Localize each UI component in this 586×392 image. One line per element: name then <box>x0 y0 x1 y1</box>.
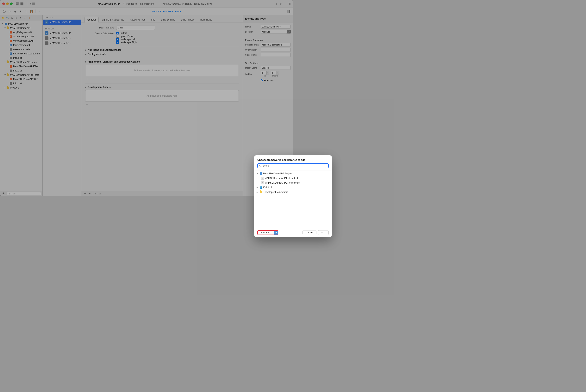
modal-title: Choose frameworks and libraries to add: <box>254 155 293 163</box>
modal-xctest1-label: MAMSDKDemoAPPTests.xctest <box>265 177 293 180</box>
devfw-disclosure: ▶ <box>257 191 259 193</box>
ios-icon: i <box>260 186 262 189</box>
xctest-icon-2: T <box>261 182 264 184</box>
devfw-folder-icon <box>260 191 262 193</box>
modal-tree-item-ios[interactable]: ▶ i iOS 14.2 <box>254 185 293 190</box>
modal-ios-label: iOS 14.2 <box>263 186 272 189</box>
modal-tree: ▼ A MAMSDKDemoAPP Project ▶ T MAMSDKDemo… <box>254 170 293 196</box>
modal-tree-item-project[interactable]: ▼ A MAMSDKDemoAPP Project <box>254 171 293 176</box>
modal-search-input[interactable] <box>263 164 293 167</box>
modal-overlay[interactable]: Choose frameworks and libraries to add: … <box>0 0 293 196</box>
xctest-icon-1: T <box>261 177 264 180</box>
modal-tree-item-xctest1[interactable]: ▶ T MAMSDKDemoAPPTests.xctest <box>254 176 293 180</box>
svg-point-21 <box>259 165 261 166</box>
modal-tree-item-xctest2[interactable]: ▶ T MAMSDKDemoAPPUITests.xctest <box>254 180 293 185</box>
project-disclosure: ▼ <box>257 172 259 174</box>
modal-devfw-label: Developer Frameworks <box>264 191 288 194</box>
modal-dialog: Choose frameworks and libraries to add: … <box>254 155 293 196</box>
modal-project-label: MAMSDKDemoAPP Project <box>263 172 292 175</box>
project-app-icon: A <box>260 172 262 175</box>
svg-line-22 <box>261 166 262 167</box>
modal-xctest2-label: MAMSDKDemoAPPUITests.xctest <box>265 182 293 184</box>
modal-tree-item-devfw[interactable]: ▶ Developer Frameworks <box>254 190 293 194</box>
ios-disclosure: ▶ <box>257 186 259 188</box>
modal-search-icon <box>259 164 262 167</box>
modal-search-container <box>257 163 293 168</box>
